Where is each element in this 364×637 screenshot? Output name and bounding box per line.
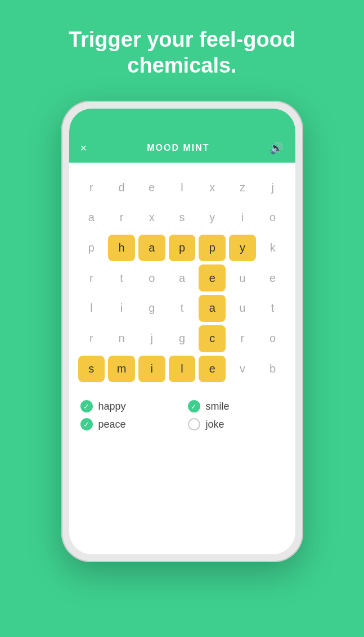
cell-3-5[interactable]: u <box>229 264 256 291</box>
cell-5-5[interactable]: r <box>229 325 256 352</box>
cell-5-4[interactable]: c <box>199 325 226 352</box>
word-check-joke <box>188 418 200 430</box>
cell-5-6[interactable]: o <box>259 325 286 352</box>
cell-1-3[interactable]: s <box>169 204 196 231</box>
cell-6-2[interactable]: i <box>138 356 165 383</box>
phone-screen: × MOOD MINT 🔊 rdelxzjarxsyiophappykrtoae… <box>69 109 295 554</box>
word-label-joke: joke <box>206 419 224 430</box>
cell-6-0[interactable]: s <box>78 356 105 383</box>
cell-6-5[interactable]: v <box>229 356 256 383</box>
cell-2-6[interactable]: k <box>259 235 286 262</box>
sound-icon[interactable]: 🔊 <box>269 141 284 155</box>
cell-4-2[interactable]: g <box>138 295 165 322</box>
phone-mockup: × MOOD MINT 🔊 rdelxzjarxsyiophappykrtoae… <box>61 101 303 562</box>
cell-3-1[interactable]: t <box>108 264 135 291</box>
word-item-joke: joke <box>188 418 284 430</box>
word-item-smile: ✓smile <box>188 400 284 412</box>
cell-1-2[interactable]: x <box>138 204 165 231</box>
word-check-smile: ✓ <box>188 400 200 412</box>
cell-4-5[interactable]: u <box>229 295 256 322</box>
cell-4-1[interactable]: i <box>108 295 135 322</box>
headline-line1: Trigger your feel-good <box>69 28 295 51</box>
cell-2-4[interactable]: p <box>199 235 226 262</box>
cell-2-3[interactable]: p <box>169 235 196 262</box>
cell-0-3[interactable]: l <box>169 174 196 201</box>
word-item-happy: ✓happy <box>80 400 177 412</box>
cell-0-4[interactable]: x <box>199 174 226 201</box>
word-label-peace: peace <box>98 419 126 430</box>
cell-6-3[interactable]: l <box>169 356 196 383</box>
cell-3-4[interactable]: e <box>199 264 226 291</box>
cell-2-5[interactable]: y <box>229 235 256 262</box>
cell-2-2[interactable]: a <box>138 235 165 262</box>
headline: Trigger your feel-good chemicals. <box>35 27 329 78</box>
app-bar: × MOOD MINT 🔊 <box>69 133 295 163</box>
word-label-happy: happy <box>98 401 126 412</box>
cell-0-1[interactable]: d <box>108 174 135 201</box>
close-button[interactable]: × <box>80 142 87 155</box>
cell-5-3[interactable]: g <box>169 325 196 352</box>
cell-4-0[interactable]: l <box>78 295 105 322</box>
cell-1-1[interactable]: r <box>108 204 135 231</box>
cell-1-0[interactable]: a <box>78 204 105 231</box>
cell-6-6[interactable]: b <box>259 356 286 383</box>
cell-1-6[interactable]: o <box>259 204 286 231</box>
letter-grid-container: rdelxzjarxsyiophappykrtoaeueligtautrnjgc… <box>69 163 295 391</box>
cell-4-4[interactable]: a <box>199 295 226 322</box>
word-check-happy: ✓ <box>80 400 93 412</box>
app-title: MOOD MINT <box>147 143 209 153</box>
cell-1-5[interactable]: i <box>229 204 256 231</box>
letter-grid: rdelxzjarxsyiophappykrtoaeueligtautrnjgc… <box>78 174 286 382</box>
cell-4-3[interactable]: t <box>169 295 196 322</box>
cell-0-5[interactable]: z <box>229 174 256 201</box>
cell-0-2[interactable]: e <box>138 174 165 201</box>
cell-6-4[interactable]: e <box>199 356 226 383</box>
cell-3-0[interactable]: r <box>78 264 105 291</box>
cell-5-1[interactable]: n <box>108 325 135 352</box>
word-item-peace: ✓peace <box>80 418 177 430</box>
cell-3-6[interactable]: e <box>259 264 286 291</box>
cell-6-1[interactable]: m <box>108 356 135 383</box>
word-label-smile: smile <box>206 401 230 412</box>
cell-2-0[interactable]: p <box>78 235 105 262</box>
words-section: ✓happy✓smile✓peacejoke <box>69 391 295 439</box>
cell-5-0[interactable]: r <box>78 325 105 352</box>
cell-0-6[interactable]: j <box>259 174 286 201</box>
cell-0-0[interactable]: r <box>78 174 105 201</box>
cell-1-4[interactable]: y <box>199 204 226 231</box>
word-check-peace: ✓ <box>80 418 93 430</box>
headline-line2: chemicals. <box>127 53 236 77</box>
cell-3-2[interactable]: o <box>138 264 165 291</box>
phone-shell: × MOOD MINT 🔊 rdelxzjarxsyiophappykrtoae… <box>61 101 303 562</box>
cell-4-6[interactable]: t <box>259 295 286 322</box>
cell-2-1[interactable]: h <box>108 235 135 262</box>
cell-3-3[interactable]: a <box>169 264 196 291</box>
cell-5-2[interactable]: j <box>138 325 165 352</box>
